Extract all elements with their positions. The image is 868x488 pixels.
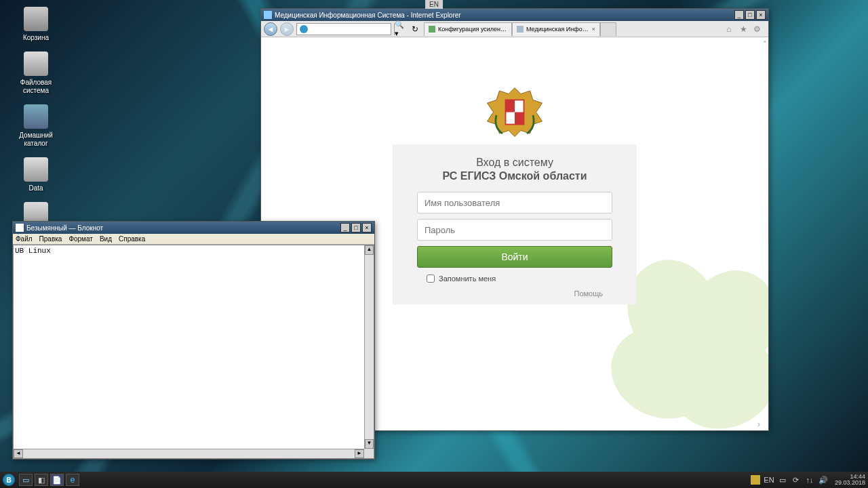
notepad-editor: ▲ ▼ ◄ ►	[13, 245, 374, 459]
forward-button[interactable]: ►	[280, 22, 294, 36]
minimize-button[interactable]: _	[734, 10, 744, 20]
tray-volume-icon[interactable]: 🔊	[818, 475, 828, 485]
login-subtitle: РС ЕГИСЗ Омской области	[402, 170, 627, 182]
notepad-window: Безымянный — Блокнот _ □ × Файл Правка Ф…	[12, 221, 375, 460]
search-dropdown-button[interactable]: 🔍▾	[394, 23, 406, 35]
close-button[interactable]: ×	[756, 10, 766, 20]
ie-task-icon: e	[71, 475, 75, 485]
folder-home-icon	[24, 104, 48, 129]
tray-battery-icon[interactable]: ▭	[778, 475, 787, 485]
address-bar[interactable]	[296, 23, 391, 35]
tab-favicon-icon	[429, 26, 435, 33]
login-panel: Вход в систему РС ЕГИСЗ Омской области В…	[393, 85, 637, 304]
horizontal-scrollbar[interactable]: ◄ ►	[14, 449, 364, 458]
taskbar-notepad-button[interactable]: 📄	[50, 474, 64, 486]
maximize-button[interactable]: □	[745, 10, 755, 20]
taskbar-desktop-button[interactable]: ◧	[35, 474, 48, 486]
tray-app-icon[interactable]	[751, 475, 760, 485]
scroll-right-icon[interactable]: ›	[757, 420, 760, 429]
close-button[interactable]: ×	[362, 223, 372, 232]
notepad-textarea[interactable]	[14, 245, 364, 449]
drive-icon	[24, 52, 48, 76]
notepad-icon	[16, 224, 24, 232]
menu-format[interactable]: Формат	[68, 235, 93, 243]
desktop-icon-filesystem[interactable]: Файловая система	[12, 52, 60, 95]
remember-checkbox[interactable]	[427, 274, 435, 283]
browser-title: Медицинская Информационная Система - Int…	[275, 12, 734, 19]
scroll-up-icon[interactable]: ˄	[763, 40, 767, 49]
scroll-left-button[interactable]: ◄	[14, 449, 23, 458]
menu-edit[interactable]: Правка	[39, 235, 62, 243]
start-button[interactable]: B	[3, 474, 15, 486]
vertical-scrollbar[interactable]: ▲ ▼	[364, 245, 374, 449]
notepad-title: Безымянный — Блокнот	[26, 224, 340, 232]
tab-close-icon[interactable]: ×	[592, 26, 595, 33]
desktop-icon-data[interactable]: Data	[12, 157, 60, 192]
desktop-icons: Корзина Файловая система Домашний катало…	[12, 7, 60, 229]
scroll-up-button[interactable]: ▲	[365, 245, 374, 255]
help-link[interactable]: Помощь	[402, 289, 603, 298]
favorites-icon[interactable]: ★	[740, 24, 749, 34]
password-input[interactable]	[417, 219, 612, 241]
taskbar-files-button[interactable]: ▭	[19, 474, 33, 486]
drive-icon	[24, 157, 48, 182]
desktop-icon-trash[interactable]: Корзина	[12, 7, 60, 42]
browser-tabs: Конфигурация усиленной без... Медицинска…	[424, 22, 721, 36]
tray-lang[interactable]: EN	[764, 475, 774, 485]
reload-button[interactable]: ↻	[409, 23, 421, 35]
maximize-button[interactable]: □	[351, 223, 361, 232]
tray-update-icon[interactable]: ⟳	[791, 475, 801, 485]
scroll-down-button[interactable]: ▼	[365, 439, 374, 449]
lang-indicator-top[interactable]: EN	[425, 0, 443, 9]
home-icon[interactable]: ⌂	[726, 24, 736, 34]
taskbar-browser-button[interactable]: e	[66, 474, 79, 486]
ie-page-icon	[300, 25, 308, 33]
tray-network-icon[interactable]: ↑↓	[805, 475, 814, 485]
login-submit-button[interactable]: Войти	[417, 246, 612, 268]
tools-icon[interactable]: ⚙	[753, 24, 763, 34]
taskbar: B ▭ ◧ 📄 e EN ▭ ⟳ ↑↓ 🔊 14:44 29.03.2018	[0, 472, 868, 488]
notepad-task-icon: 📄	[52, 476, 62, 485]
notepad-titlebar[interactable]: Безымянный — Блокнот _ □ ×	[13, 222, 374, 234]
trash-icon	[24, 7, 48, 31]
menu-view[interactable]: Вид	[100, 235, 112, 243]
browser-toolbar: ◄ ► 🔍▾ ↻ Конфигурация усиленной без... М…	[261, 21, 768, 37]
back-button[interactable]: ◄	[264, 22, 277, 36]
tray-clock[interactable]: 14:44 29.03.2018	[835, 474, 865, 486]
svg-rect-6	[515, 113, 524, 125]
login-title: Вход в систему	[402, 157, 627, 169]
tab-favicon-icon	[517, 26, 524, 33]
desktop-icon-home[interactable]: Домашний каталог	[12, 104, 60, 148]
system-tray: EN ▭ ⟳ ↑↓ 🔊 14:44 29.03.2018	[751, 474, 865, 486]
menu-help[interactable]: Справка	[119, 235, 145, 243]
tray-date: 29.03.2018	[835, 480, 865, 486]
notepad-menubar: Файл Правка Формат Вид Справка	[13, 234, 374, 245]
crest-logo	[484, 85, 545, 139]
ie-icon	[264, 11, 272, 19]
new-tab-button[interactable]	[600, 22, 616, 36]
tab-config[interactable]: Конфигурация усиленной без...	[424, 22, 512, 36]
minimize-button[interactable]: _	[340, 223, 350, 232]
resize-grip[interactable]	[364, 449, 374, 458]
tab-medinfo[interactable]: Медицинская Информацио... ×	[512, 22, 600, 36]
scroll-right-button[interactable]: ►	[355, 449, 364, 458]
username-input[interactable]	[417, 192, 612, 214]
files-icon: ▭	[22, 476, 29, 485]
svg-rect-5	[506, 100, 515, 113]
desktop-icon: ◧	[38, 476, 45, 485]
browser-titlebar[interactable]: Медицинская Информационная Система - Int…	[261, 9, 768, 21]
menu-file[interactable]: Файл	[16, 235, 33, 243]
remember-label: Запомнить меня	[439, 274, 496, 283]
